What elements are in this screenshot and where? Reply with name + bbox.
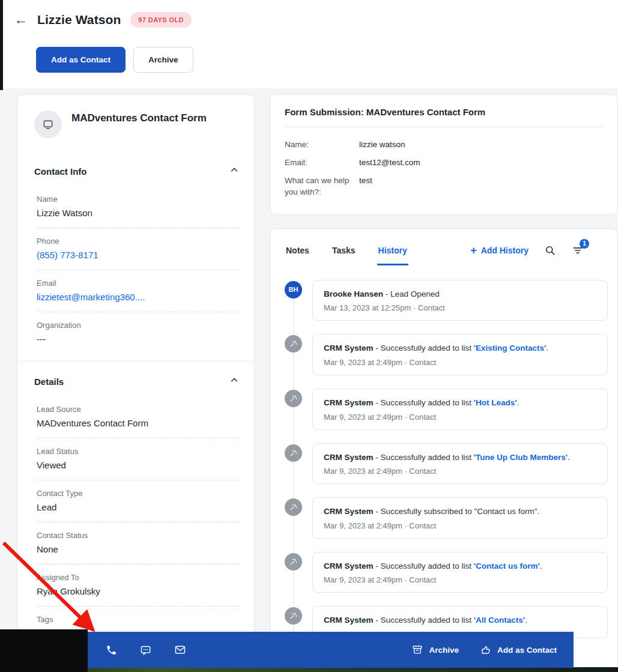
history-item: CRM System - Successfully added to list … bbox=[285, 552, 608, 593]
details-fields: Lead Source MADventures Contact Form Lea… bbox=[34, 396, 240, 648]
add-contact-action[interactable]: Add as Contact bbox=[480, 644, 557, 655]
history-title: Brooke Hansen - Lead Opened bbox=[324, 289, 596, 300]
history-link[interactable]: 'Hot Leads' bbox=[474, 398, 517, 407]
history-title: CRM System - Succesfully subscribed to "… bbox=[324, 506, 596, 517]
tab-history[interactable]: History bbox=[377, 242, 408, 265]
field-label: Name bbox=[37, 195, 240, 204]
history-meta: Mar 9, 2023 at 2:49pm · Contact bbox=[324, 358, 596, 367]
user-avatar: BH bbox=[285, 281, 302, 298]
form-row-label: Email: bbox=[285, 157, 352, 168]
left-edge-strip bbox=[0, 0, 3, 90]
field-value: Viewed bbox=[37, 460, 240, 470]
history-tail: . bbox=[568, 453, 570, 462]
archive-button[interactable]: Archive bbox=[133, 47, 193, 73]
call-icon[interactable] bbox=[106, 644, 117, 656]
filter-badge: 1 bbox=[580, 239, 589, 249]
activity-header: Notes Tasks History + Add History bbox=[285, 242, 617, 265]
magic-wand-icon bbox=[285, 498, 302, 516]
add-as-contact-button[interactable]: Add as Contact bbox=[36, 47, 126, 73]
history-tail: . bbox=[517, 398, 520, 407]
history-card[interactable]: CRM System - Successfully added to list … bbox=[312, 389, 608, 430]
activity-tools: + Add History 1 bbox=[470, 242, 584, 256]
magic-wand-icon bbox=[285, 390, 302, 407]
chevron-up-icon[interactable] bbox=[230, 166, 238, 177]
field-assigned-to: Assigned To Ryan Grokulsky bbox=[37, 565, 240, 607]
field-value: Ryan Grokulsky bbox=[37, 586, 240, 596]
form-row-label: What can we help you with?: bbox=[285, 175, 352, 197]
field-label: Assigned To bbox=[37, 573, 240, 582]
history-link[interactable]: 'All Contacts' bbox=[474, 616, 525, 625]
search-icon[interactable] bbox=[544, 244, 556, 256]
back-icon[interactable]: ← bbox=[14, 13, 28, 26]
field-lead-source: Lead Source MADventures Contact Form bbox=[37, 396, 240, 438]
magic-wand-icon bbox=[285, 553, 302, 571]
bottom-action-bar: Archive Add as Contact bbox=[88, 632, 574, 668]
page-header: ← Lizzie Watson 97 DAYS OLD bbox=[0, 0, 618, 28]
corner-mask bbox=[0, 629, 88, 672]
history-link[interactable]: 'Tune Up Club Members' bbox=[474, 453, 568, 462]
page-title: Lizzie Watson bbox=[37, 13, 121, 27]
history-action: - Successfully added to list bbox=[374, 344, 474, 353]
history-actor: CRM System bbox=[324, 562, 374, 571]
thumbs-up-icon bbox=[480, 644, 491, 655]
email-icon[interactable] bbox=[174, 644, 186, 656]
history-title: CRM System - Successfully added to list … bbox=[324, 452, 596, 463]
history-title: CRM System - Successfully added to list … bbox=[324, 615, 596, 626]
add-history-button[interactable]: + Add History bbox=[470, 245, 529, 256]
history-tail: . bbox=[546, 344, 548, 353]
history-card[interactable]: CRM System - Successfully added to list … bbox=[312, 334, 608, 375]
field-phone: Phone (855) 773-8171 bbox=[37, 228, 240, 270]
form-row-value: test bbox=[359, 175, 603, 186]
tab-tasks[interactable]: Tasks bbox=[331, 242, 357, 265]
activity-card: Notes Tasks History + Add History bbox=[270, 228, 618, 669]
history-card[interactable]: CRM System - Succesfully subscribed to "… bbox=[312, 497, 608, 539]
history-meta: Mar 13, 2023 at 12:25pm · Contact bbox=[324, 303, 596, 312]
phone-link[interactable]: (855) 773-8171 bbox=[37, 250, 240, 260]
section-details-title: Details bbox=[34, 377, 64, 387]
field-value: Lead bbox=[37, 502, 240, 512]
chevron-up-icon[interactable] bbox=[230, 376, 238, 387]
header-actions: Add as Contact Archive bbox=[36, 47, 618, 88]
field-contact-type: Contact Type Lead bbox=[37, 480, 240, 522]
history-meta: Mar 9, 2023 at 2:49pm · Contact bbox=[324, 575, 596, 584]
history-card[interactable]: Brooke Hansen - Lead Opened Mar 13, 2023… bbox=[312, 280, 608, 321]
history-meta: Mar 9, 2023 at 2:49pm · Contact bbox=[324, 521, 596, 530]
section-details-header[interactable]: Details bbox=[34, 369, 240, 394]
form-submission-rows: Name: lizzie watson Email: test12@test.c… bbox=[285, 139, 603, 198]
add-history-label: Add History bbox=[481, 246, 529, 255]
history-tail: . bbox=[540, 562, 542, 571]
tab-notes[interactable]: Notes bbox=[285, 242, 311, 265]
archive-action[interactable]: Archive bbox=[412, 644, 459, 655]
field-value: MADventures Contact Form bbox=[37, 418, 240, 428]
section-divider bbox=[17, 361, 254, 362]
history-item: CRM System - Successfully added to list … bbox=[285, 334, 608, 375]
history-link[interactable]: 'Contact us form' bbox=[474, 562, 540, 571]
content-area: MADventures Contact Form Contact Info Na… bbox=[0, 88, 618, 669]
field-label: Organization bbox=[37, 321, 240, 330]
filter-icon[interactable]: 1 bbox=[572, 244, 584, 256]
action-bar-right: Archive Add as Contact bbox=[412, 644, 574, 655]
history-actor: Brooke Hansen bbox=[324, 289, 383, 298]
sms-icon[interactable] bbox=[140, 644, 151, 656]
magic-wand-icon bbox=[285, 335, 302, 353]
history-card[interactable]: CRM System - Successfully added to list … bbox=[312, 443, 608, 485]
field-lead-status: Lead Status Viewed bbox=[37, 438, 240, 480]
history-action: - Successfully added to list bbox=[374, 453, 474, 462]
form-submission-card: Form Submission: MADventures Contact For… bbox=[270, 94, 618, 215]
field-organization: Organization --- bbox=[37, 312, 240, 354]
email-link[interactable]: lizzietest@marketing360.... bbox=[37, 292, 240, 302]
section-contact-info-header[interactable]: Contact Info bbox=[34, 159, 240, 184]
history-title: CRM System - Successfully added to list … bbox=[324, 561, 596, 572]
lead-detail-page: ← Lizzie Watson 97 DAYS OLD Add as Conta… bbox=[0, 0, 618, 672]
history-item: BH Brooke Hansen - Lead Opened Mar 13, 2… bbox=[285, 280, 608, 321]
history-action: - Successfully added to list bbox=[374, 562, 474, 571]
history-link[interactable]: 'Existing Contacts' bbox=[474, 344, 546, 353]
desktop-strip bbox=[0, 667, 618, 672]
field-label: Contact Status bbox=[37, 531, 240, 540]
archive-icon bbox=[412, 644, 423, 655]
history-card[interactable]: CRM System - Successfully added to list … bbox=[312, 552, 608, 593]
field-name: Name Lizzie Watson bbox=[37, 186, 240, 228]
field-value: None bbox=[37, 544, 240, 554]
history-meta: Mar 9, 2023 at 2:49pm · Contact bbox=[324, 413, 596, 422]
history-actor: CRM System bbox=[324, 616, 374, 625]
